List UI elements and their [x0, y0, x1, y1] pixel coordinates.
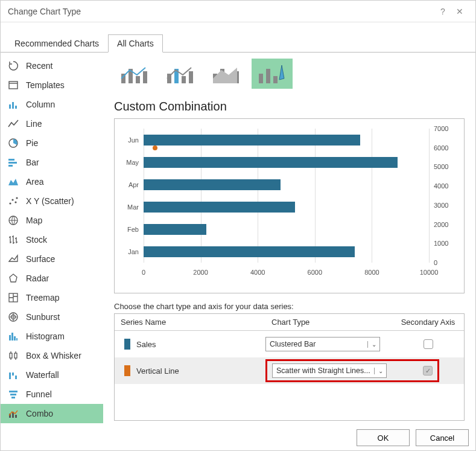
sidebar-item-column[interactable]: Column: [1, 95, 103, 114]
chevron-down-icon: ⌄: [374, 368, 386, 374]
tab-all-charts[interactable]: All Charts: [108, 34, 163, 53]
close-button[interactable]: ✕: [451, 7, 468, 16]
sidebar-item-stock[interactable]: Stock: [1, 230, 103, 249]
svg-rect-2: [12, 102, 14, 109]
sidebar-item-area[interactable]: Area: [1, 172, 103, 191]
svg-point-11: [14, 201, 16, 203]
sidebar-item-waterfall[interactable]: Waterfall: [1, 365, 103, 385]
svg-rect-0: [9, 82, 17, 89]
templates-icon: [7, 78, 20, 92]
svg-rect-21: [16, 338, 17, 341]
svg-rect-48: [273, 76, 278, 83]
sidebar-item-label: Sunburst: [26, 312, 60, 322]
sunburst-icon: [7, 310, 20, 324]
sidebar-item-label: X Y (Scatter): [26, 196, 74, 206]
sidebar-item-label: Box & Whisker: [26, 351, 81, 360]
svg-rect-6: [8, 162, 17, 164]
series-swatch: [124, 339, 130, 350]
sidebar-item-pie[interactable]: Pie: [1, 133, 103, 153]
sidebar-item-bar[interactable]: Bar: [1, 153, 103, 172]
svg-rect-3: [15, 106, 17, 109]
cancel-button[interactable]: Cancel: [416, 429, 469, 446]
combo-subtype-2[interactable]: [160, 59, 201, 89]
sidebar-item-label: Recent: [26, 61, 52, 71]
pie-icon: [7, 136, 20, 150]
secondary-axis-checkbox-sales[interactable]: [424, 339, 433, 349]
svg-rect-19: [11, 333, 13, 341]
chevron-down-icon: ⌄: [367, 341, 379, 348]
header-chart-type: Chart Type: [265, 314, 392, 330]
sidebar-item-label: Surface: [26, 254, 55, 264]
combo-subtype-1[interactable]: [114, 59, 155, 89]
sidebar-item-treemap[interactable]: Treemap: [1, 288, 103, 307]
sidebar-item-histogram[interactable]: Histogram: [1, 327, 103, 346]
subtype-thumbnails: [114, 59, 465, 89]
sidebar-item-label: Radar: [26, 273, 49, 283]
sidebar-item-label: Pie: [26, 138, 38, 148]
svg-rect-5: [8, 159, 14, 161]
chart-preview: 0200040006000800010000JunMayAprMarFebJan…: [114, 118, 465, 293]
svg-rect-46: [259, 74, 263, 83]
stock-icon: [7, 233, 20, 246]
series-name-label: Sales: [136, 340, 265, 349]
svg-rect-27: [9, 391, 17, 392]
svg-rect-35: [136, 76, 140, 83]
sidebar-item-map[interactable]: Map: [1, 211, 103, 230]
sidebar-item-recent[interactable]: Recent: [1, 56, 103, 75]
ok-button[interactable]: OK: [357, 429, 410, 446]
dialog-title: Change Chart Type: [8, 7, 81, 16]
sidebar-item-label: Histogram: [26, 331, 65, 341]
svg-rect-26: [15, 376, 17, 379]
sidebar-item-sunburst[interactable]: Sunburst: [1, 307, 103, 327]
combo-subtype-custom[interactable]: [252, 59, 293, 89]
chart-type-dropdown-vertical-line[interactable]: Scatter with Straight Lines... ⌄: [272, 363, 387, 378]
sidebar-item-label: Combo: [26, 409, 53, 418]
sidebar-item-surface[interactable]: Surface: [1, 249, 103, 269]
svg-rect-7: [8, 165, 13, 167]
svg-rect-23: [14, 353, 17, 358]
sidebar-item-funnel[interactable]: Funnel: [1, 385, 103, 404]
series-table: Series Name Chart Type Secondary Axis Sa…: [114, 313, 465, 421]
svg-rect-18: [9, 335, 11, 341]
svg-rect-36: [143, 71, 147, 83]
highlighted-controls: Scatter with Straight Lines... ⌄: [265, 359, 439, 382]
sidebar-item-label: Funnel: [26, 389, 52, 399]
bar-icon: [7, 156, 20, 169]
sidebar-item-boxwhisker[interactable]: Box & Whisker: [1, 346, 103, 365]
series-table-header: Series Name Chart Type Secondary Axis: [115, 314, 464, 331]
series-row-sales: Sales Clustered Bar ⌄: [115, 331, 464, 357]
svg-rect-1: [9, 104, 11, 109]
sidebar-item-templates[interactable]: Templates: [1, 75, 103, 95]
funnel-icon: [7, 388, 20, 401]
svg-rect-24: [9, 373, 11, 379]
column-icon: [7, 98, 20, 111]
combo-subtype-3[interactable]: [206, 59, 247, 89]
svg-point-12: [16, 197, 17, 199]
sidebar-item-line[interactable]: Line: [1, 114, 103, 133]
svg-marker-8: [8, 179, 18, 185]
radar-icon: [7, 272, 20, 285]
treemap-icon: [7, 291, 20, 304]
main-panel: Custom Combination 020004000600080001000…: [103, 53, 475, 427]
combo-icon: [7, 407, 20, 420]
sidebar-item-label: Waterfall: [26, 370, 59, 380]
svg-rect-47: [266, 69, 270, 83]
svg-point-9: [9, 202, 11, 204]
series-row-vertical-line: Vertical Line Scatter with Straight Line…: [115, 357, 464, 384]
dropdown-value: Scatter with Straight Lines...: [273, 366, 374, 375]
series-config-label: Choose the chart type and axis for your …: [114, 302, 465, 311]
dialog-titlebar: Change Chart Type ? ✕: [1, 1, 475, 22]
sidebar-item-scatter[interactable]: X Y (Scatter): [1, 191, 103, 211]
sidebar-item-radar[interactable]: Radar: [1, 269, 103, 288]
scatter-icon: [7, 194, 20, 208]
sidebar-item-label: Column: [26, 100, 55, 109]
tab-recommended[interactable]: Recommended Charts: [5, 34, 108, 53]
series-swatch: [124, 365, 130, 376]
recent-icon: [7, 59, 20, 72]
dialog-footer: OK Cancel: [357, 429, 469, 446]
secondary-axis-checkbox-vertical-line[interactable]: [423, 366, 433, 376]
help-button[interactable]: ?: [434, 7, 451, 16]
chart-type-dropdown-sales[interactable]: Clustered Bar ⌄: [265, 337, 380, 351]
sidebar-item-combo[interactable]: Combo: [1, 404, 103, 423]
sidebar-item-label: Line: [26, 119, 42, 129]
